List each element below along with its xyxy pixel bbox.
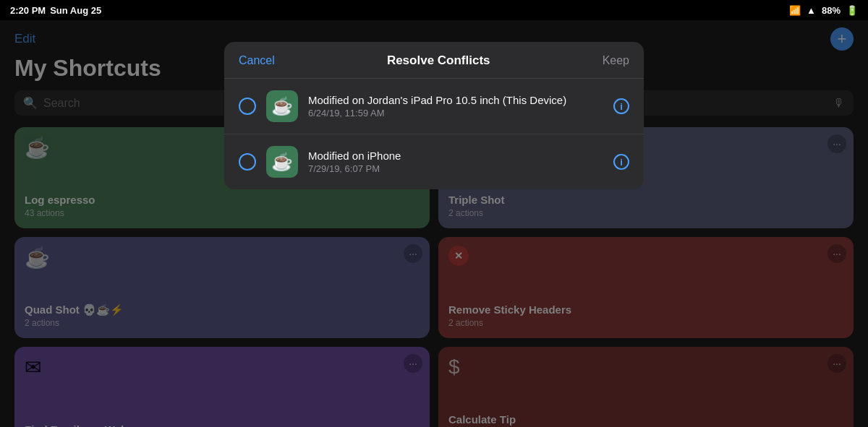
info-button-ipad[interactable]: i [613, 98, 629, 114]
date: Sun Aug 25 [50, 5, 101, 16]
status-bar: 2:20 PM Sun Aug 25 📶 ▲ 88% 🔋 [0, 0, 868, 20]
modal-item-title-iphone: Modified on iPhone [308, 150, 603, 162]
modal-item-ipad[interactable]: ☕ Modified on Jordan's iPad Pro 10.5 inc… [224, 79, 644, 134]
modal-app-icon-ipad: ☕ [266, 90, 298, 122]
signal-icon: ▲ [807, 5, 816, 16]
modal-app-icon-iphone: ☕ [266, 146, 298, 178]
modal-item-info-iphone: Modified on iPhone 7/29/19, 6:07 PM [308, 150, 603, 174]
modal-overlay: Cancel Resolve Conflicts Keep ☕ Modified… [0, 20, 868, 427]
modal-header: Cancel Resolve Conflicts Keep [224, 42, 644, 79]
resolve-conflicts-modal: Cancel Resolve Conflicts Keep ☕ Modified… [224, 42, 644, 189]
app-container: Edit + My Shortcuts 🔍 🎙 ☕ ··· Log espres… [0, 20, 868, 427]
battery-icon: 🔋 [846, 5, 858, 16]
modal-item-title-ipad: Modified on Jordan's iPad Pro 10.5 inch … [308, 94, 603, 106]
wifi-icon: 📶 [789, 5, 801, 16]
info-button-iphone[interactable]: i [613, 154, 629, 170]
status-left: 2:20 PM Sun Aug 25 [10, 5, 101, 16]
modal-item-iphone[interactable]: ☕ Modified on iPhone 7/29/19, 6:07 PM i [224, 134, 644, 189]
modal-item-info-ipad: Modified on Jordan's iPad Pro 10.5 inch … [308, 94, 603, 118]
status-right: 📶 ▲ 88% 🔋 [789, 5, 858, 16]
modal-item-date-iphone: 7/29/19, 6:07 PM [308, 163, 603, 174]
radio-iphone[interactable] [239, 153, 256, 171]
modal-title: Resolve Conflicts [387, 53, 490, 68]
modal-keep-button[interactable]: Keep [603, 54, 629, 67]
battery: 88% [822, 5, 841, 16]
modal-item-date-ipad: 6/24/19, 11:59 AM [308, 108, 603, 118]
radio-ipad[interactable] [239, 98, 256, 115]
modal-cancel-button[interactable]: Cancel [239, 54, 275, 67]
time: 2:20 PM [10, 5, 46, 16]
